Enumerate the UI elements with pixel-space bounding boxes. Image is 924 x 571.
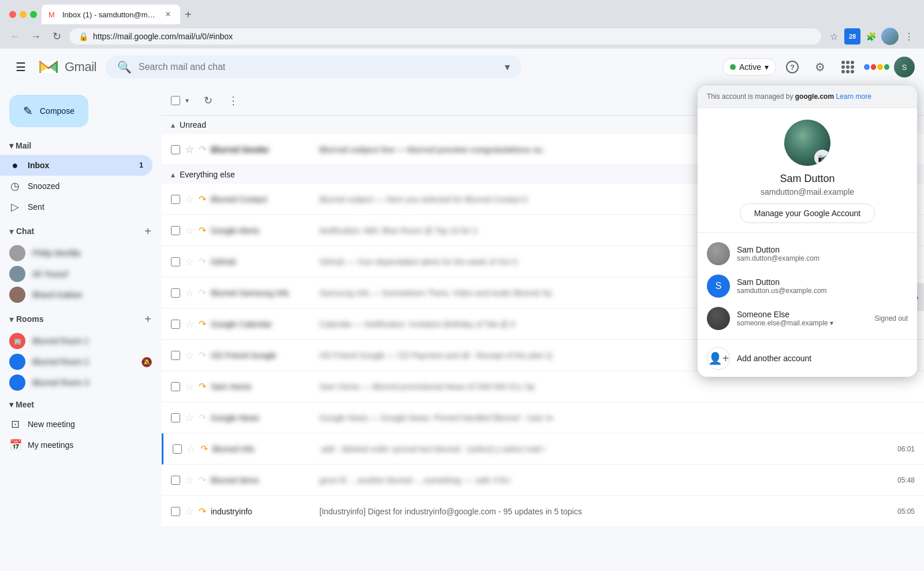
email-row[interactable]: ☆ ↷ Google News Google News — Google New… xyxy=(162,402,924,433)
rooms-collapse-icon[interactable]: ▾ xyxy=(9,314,14,325)
address-bar[interactable]: 🔒 https://mail.google.com/mail/u/0/#inbo… xyxy=(69,28,821,45)
select-dropdown-button[interactable]: ▾ xyxy=(181,90,193,111)
star-icon[interactable]: ☆ xyxy=(185,255,194,268)
account-email-2: someone.else@mail.example ▾ xyxy=(737,319,868,327)
star-icon[interactable]: ☆ xyxy=(185,287,194,299)
forward-icon: ↷ xyxy=(199,225,206,236)
star-icon[interactable]: ☆ xyxy=(187,443,196,455)
email-checkbox[interactable] xyxy=(171,226,180,235)
forward-icon: ↷ xyxy=(199,256,206,267)
add-account-button[interactable]: 👤+ Add another account xyxy=(698,339,917,377)
tab-close-button[interactable]: × xyxy=(163,9,173,20)
learn-more-link[interactable]: Learn more xyxy=(836,92,871,101)
account-item-2[interactable]: Someone Else someone.else@mail.example ▾… xyxy=(698,302,917,335)
signed-out-label: Signed out xyxy=(875,314,908,322)
profile-camera-button[interactable]: 📷 xyxy=(814,150,830,166)
star-icon[interactable]: ☆ xyxy=(185,411,194,424)
browser-menu-button[interactable]: ⋮ xyxy=(901,28,917,45)
sidebar-item-my-meetings[interactable]: 📅 My meetings xyxy=(0,435,152,455)
add-room-button[interactable]: + xyxy=(139,310,157,328)
help-button[interactable]: ? xyxy=(781,55,804,79)
everything-else-collapse-button[interactable]: ▴ xyxy=(171,170,175,179)
sidebar-chat-item-2[interactable]: Bhavit Kakkar xyxy=(0,284,152,305)
email-row[interactable]: ☆ ↷ industryinfo [Industryinfo] Digest f… xyxy=(162,496,924,527)
sidebar-chat-item-1[interactable]: Ali Yousuf xyxy=(0,264,152,284)
bookmark-button[interactable]: ☆ xyxy=(826,28,842,45)
browser-tab-active[interactable]: M Inbox (1) - samdutton@mail.example - G… xyxy=(42,5,180,24)
sidebar-item-new-meeting[interactable]: ⊡ New meeting xyxy=(0,414,152,435)
email-checkbox[interactable] xyxy=(171,257,180,266)
forward-button[interactable]: → xyxy=(28,28,44,45)
meet-section-header[interactable]: ▾ Meet xyxy=(0,395,162,414)
star-icon[interactable]: ☆ xyxy=(185,380,194,393)
status-button[interactable]: Active ▾ xyxy=(722,58,776,76)
new-tab-button[interactable]: + xyxy=(180,6,196,24)
google-apps-button[interactable] xyxy=(836,55,859,79)
reload-button[interactable]: ↻ xyxy=(49,28,65,45)
star-icon[interactable]: ☆ xyxy=(185,193,194,206)
add-chat-button[interactable]: + xyxy=(139,222,157,240)
star-icon[interactable]: ☆ xyxy=(185,143,194,156)
mail-section-header[interactable]: ▾ Mail xyxy=(0,136,162,155)
sidebar-item-inbox[interactable]: ● Inbox 1 xyxy=(0,155,152,176)
puzzle-ext-icon[interactable]: 🧩 xyxy=(863,28,879,45)
email-checkbox[interactable] xyxy=(171,320,180,329)
email-sender: Blurred Info xyxy=(213,444,316,454)
close-traffic-light[interactable] xyxy=(9,11,16,18)
mail-section-label: Mail xyxy=(16,141,31,150)
settings-button[interactable]: ⚙ xyxy=(808,55,832,79)
sidebar-room-item-2[interactable]: Blurred Room 3 xyxy=(0,372,152,393)
status-dot-green xyxy=(730,64,736,70)
refresh-button[interactable]: ↻ xyxy=(198,90,218,111)
search-bar: 🔍 ▾ xyxy=(106,55,521,79)
email-checkbox[interactable] xyxy=(171,476,180,485)
sidebar-item-snoozed[interactable]: ◷ Snoozed xyxy=(0,176,152,196)
chat-section-label: Chat xyxy=(16,227,139,236)
star-icon[interactable]: ☆ xyxy=(185,349,194,362)
tab-favicon: M xyxy=(49,10,58,19)
chat-avatar-1 xyxy=(9,266,25,282)
email-checkbox[interactable] xyxy=(171,145,180,154)
email-row[interactable]: ☆ ↷ Blurred Info add - deleted order syn… xyxy=(162,433,924,465)
star-icon[interactable]: ☆ xyxy=(185,224,194,237)
star-icon[interactable]: ☆ xyxy=(185,318,194,331)
gmail-app: ☰ Gmail 🔍 ▾ Active xyxy=(0,49,924,546)
email-sender: Blurred Samsung Info xyxy=(211,288,315,298)
email-checkbox[interactable] xyxy=(171,288,180,298)
email-checkbox[interactable] xyxy=(173,444,182,454)
account-info-2: Someone Else someone.else@mail.example ▾ xyxy=(737,310,868,327)
sidebar-chat-item-0[interactable]: Philip Mortilla xyxy=(0,243,152,264)
back-button[interactable]: ← xyxy=(7,28,23,45)
account-item-1[interactable]: S Sam Dutton samdutton.us@example.com xyxy=(698,270,917,302)
select-all-checkbox[interactable] xyxy=(171,96,180,105)
email-checkbox[interactable] xyxy=(171,382,180,391)
chat-collapse-icon[interactable]: ▾ xyxy=(9,226,14,237)
person-add-icon: 👤+ xyxy=(708,351,729,365)
email-checkbox[interactable] xyxy=(171,195,180,204)
sidebar-item-sent[interactable]: ▷ Sent xyxy=(0,196,152,217)
compose-button[interactable]: ✎ Compose xyxy=(9,95,88,127)
account-avatar-button[interactable]: S xyxy=(894,57,915,77)
profile-avatar-browser[interactable] xyxy=(881,28,899,45)
forward-icon: ↷ xyxy=(199,350,206,361)
star-icon[interactable]: ☆ xyxy=(185,505,194,518)
minimize-traffic-light[interactable] xyxy=(20,11,27,18)
search-input[interactable] xyxy=(139,62,498,72)
unread-collapse-button[interactable]: ▴ xyxy=(171,120,175,129)
calendar-ext-icon[interactable]: 28 xyxy=(844,28,860,45)
email-row[interactable]: ☆ ↷ Blurred Items gone f0 ... another bl… xyxy=(162,465,924,496)
chat-avatar-0 xyxy=(9,245,25,261)
maximize-traffic-light[interactable] xyxy=(30,11,37,18)
sidebar-room-item-1[interactable]: Blurred Room 2 🔕 xyxy=(0,351,152,372)
account-item-0[interactable]: Sam Dutton sam.dutton@example.com xyxy=(698,238,917,270)
email-checkbox[interactable] xyxy=(171,507,180,516)
search-dropdown-button[interactable]: ▾ xyxy=(505,61,510,73)
inbox-icon: ● xyxy=(9,160,21,172)
sidebar-room-item-0[interactable]: 🏢 Blurred Room 1 xyxy=(0,331,152,351)
more-toolbar-button[interactable]: ⋮ xyxy=(223,90,244,111)
hamburger-menu-button[interactable]: ☰ xyxy=(9,55,32,79)
manage-account-button[interactable]: Manage your Google Account xyxy=(740,203,875,223)
star-icon[interactable]: ☆ xyxy=(185,474,194,487)
email-checkbox[interactable] xyxy=(171,351,180,360)
email-checkbox[interactable] xyxy=(171,413,180,422)
